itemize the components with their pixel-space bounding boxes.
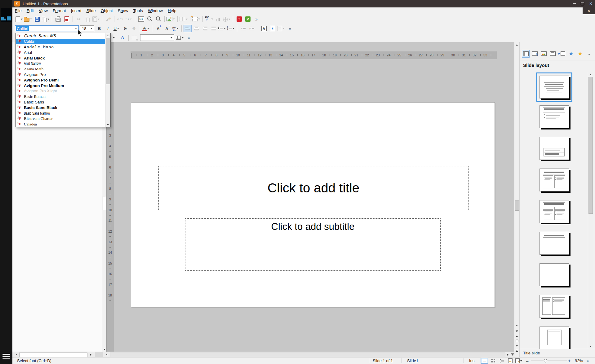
dropdown-arrow-icon[interactable] <box>172 15 175 23</box>
dropdown-arrow-icon[interactable] <box>185 15 188 23</box>
insert-object-button[interactable] <box>223 15 231 23</box>
save-document-button[interactable] <box>33 15 41 23</box>
insert-chart-button[interactable] <box>214 15 222 23</box>
text-frame-properties-button[interactable]: A <box>260 25 268 32</box>
view-notes-button[interactable] <box>507 358 514 364</box>
insert-layout-button[interactable] <box>558 50 566 58</box>
first-slide-button[interactable] <box>514 329 519 333</box>
font-option-caladea[interactable]: SFCaladea <box>16 121 105 127</box>
scrollbar-thumb[interactable] <box>19 353 87 357</box>
page-properties-button[interactable] <box>277 25 285 32</box>
paragraph-properties-button[interactable]: ¶ <box>269 25 277 32</box>
font-size-dropdown-arrow-icon[interactable] <box>89 26 94 32</box>
zoom-percent[interactable]: 92% <box>575 357 583 364</box>
insert-text-frame-a-button[interactable]: A <box>118 34 127 42</box>
open-document-button[interactable] <box>24 15 33 23</box>
font-option-basic-sans-black[interactable]: SFBasic Sans Black <box>16 105 105 110</box>
dropdown-arrow-icon[interactable] <box>211 15 214 23</box>
sidebar-scrollbar[interactable] <box>588 72 593 349</box>
font-option-basic-sans-narrow[interactable]: SFBasic Sans Narrow <box>16 110 105 116</box>
layout-thumbnail-title-content[interactable] <box>539 105 569 128</box>
scroll-down-button[interactable] <box>514 323 519 328</box>
undo-button[interactable]: ↶ <box>116 15 124 23</box>
toolbar-overflow-button[interactable]: » <box>185 34 193 42</box>
menu-window[interactable]: Window <box>145 7 165 14</box>
view-outline-button[interactable] <box>498 358 505 364</box>
edit-layout-button[interactable] <box>531 50 539 58</box>
font-option-asana-math[interactable]: SFAsana Math <box>16 66 105 72</box>
redo-button[interactable]: ↷ <box>125 15 133 23</box>
layout-thumbnail-two-content[interactable] <box>539 169 569 191</box>
align-right-button[interactable] <box>201 25 209 32</box>
strikethrough-button[interactable]: X <box>121 25 129 32</box>
numbered-list-button[interactable] <box>227 25 235 32</box>
insert-mode-indicator[interactable]: Ins <box>469 357 474 364</box>
copy-button[interactable] <box>83 15 91 23</box>
title-placeholder[interactable]: Click to add title <box>158 166 468 210</box>
menu-view[interactable]: View <box>36 7 50 14</box>
menu-tools[interactable]: Tools <box>131 7 146 14</box>
find-button[interactable] <box>154 15 162 23</box>
toolbar-overflow-button[interactable]: » <box>252 15 260 23</box>
align-left-button[interactable] <box>184 25 192 32</box>
scroll-up-icon[interactable] <box>588 72 593 77</box>
scroll-right-icon[interactable] <box>505 352 510 357</box>
dropdown-arrow-icon[interactable] <box>47 15 50 23</box>
paste-button[interactable] <box>92 15 100 23</box>
scroll-up-icon[interactable] <box>514 43 519 47</box>
scrollbar-thumb[interactable] <box>515 200 519 211</box>
layout-thumbnail-two-content-header[interactable] <box>539 200 569 223</box>
view-slide-sorter-button[interactable] <box>489 358 497 364</box>
new-document-button[interactable] <box>15 15 23 23</box>
layout-thumbnail-blank[interactable] <box>539 263 569 286</box>
spell-check-button[interactable] <box>205 15 214 23</box>
zoom-in-button[interactable]: + <box>568 357 571 364</box>
dropdown-arrow-icon[interactable] <box>176 25 179 32</box>
last-slide-button[interactable] <box>514 349 519 353</box>
dropdown-arrow-icon[interactable] <box>223 25 226 32</box>
increase-indent-button[interactable]: ▸ <box>248 25 256 32</box>
zoom-slider-track[interactable] <box>531 361 567 361</box>
menu-object[interactable]: Object <box>98 7 115 14</box>
menu-insert[interactable]: Insert <box>69 7 84 14</box>
scrollbar-thumb[interactable] <box>110 353 505 357</box>
scroll-down-icon[interactable] <box>105 122 110 127</box>
export-pdf-button[interactable] <box>63 15 71 23</box>
layout-thumbnail-side-title-content[interactable] <box>539 295 569 318</box>
subtitle-placeholder[interactable]: Click to add subtitle <box>185 218 441 271</box>
scrollbar-thumb[interactable] <box>588 77 593 214</box>
dropdown-arrow-icon[interactable] <box>282 25 285 32</box>
menu-format[interactable]: Format <box>50 7 69 14</box>
grow-font-button[interactable]: A <box>154 25 162 32</box>
view-master-button[interactable] <box>515 358 523 364</box>
font-option-arial-black[interactable]: SFArial Black <box>16 55 105 61</box>
menu-help[interactable]: Help <box>165 7 179 14</box>
menu-file[interactable]: File <box>12 7 24 14</box>
dropdown-arrow-icon[interactable] <box>112 34 115 42</box>
zoom-selection-button[interactable] <box>146 15 154 23</box>
dropdown-arrow-icon[interactable] <box>117 25 120 32</box>
menu-show[interactable]: Show <box>115 7 131 14</box>
font-option-avignon-pro[interactable]: SFAvignon Pro <box>16 72 105 77</box>
layout-thumbnail-title-subtitle[interactable] <box>539 76 569 99</box>
decrease-indent-button[interactable]: ◂ <box>239 25 247 32</box>
maximize-button[interactable] <box>578 0 587 7</box>
duplicate-slide-button[interactable] <box>42 15 50 23</box>
textmaker-button[interactable]: T <box>235 15 243 23</box>
font-option-arial[interactable]: SFArial <box>16 50 105 55</box>
font-color-button[interactable]: A <box>142 25 150 32</box>
object-mode-button[interactable] <box>110 34 118 42</box>
layout-thumbnail-centered-text[interactable] <box>539 137 569 160</box>
dropdown-arrow-icon[interactable] <box>129 15 132 23</box>
layout-thumbnail-centered-box[interactable] <box>539 327 569 349</box>
dropdown-arrow-icon[interactable] <box>228 15 231 23</box>
zoom-slider-thumb[interactable] <box>544 359 547 362</box>
title-layout-button[interactable] <box>549 50 557 58</box>
character-spacing-button[interactable]: AV <box>171 25 180 32</box>
zoom-out-button[interactable]: – <box>526 357 528 364</box>
planmaker-button[interactable]: P <box>244 15 252 23</box>
navigator-button[interactable] <box>514 339 519 343</box>
dropdown-arrow-icon[interactable] <box>29 15 33 23</box>
align-center-button[interactable] <box>192 25 200 32</box>
insert-text-frame-button[interactable] <box>192 15 201 23</box>
